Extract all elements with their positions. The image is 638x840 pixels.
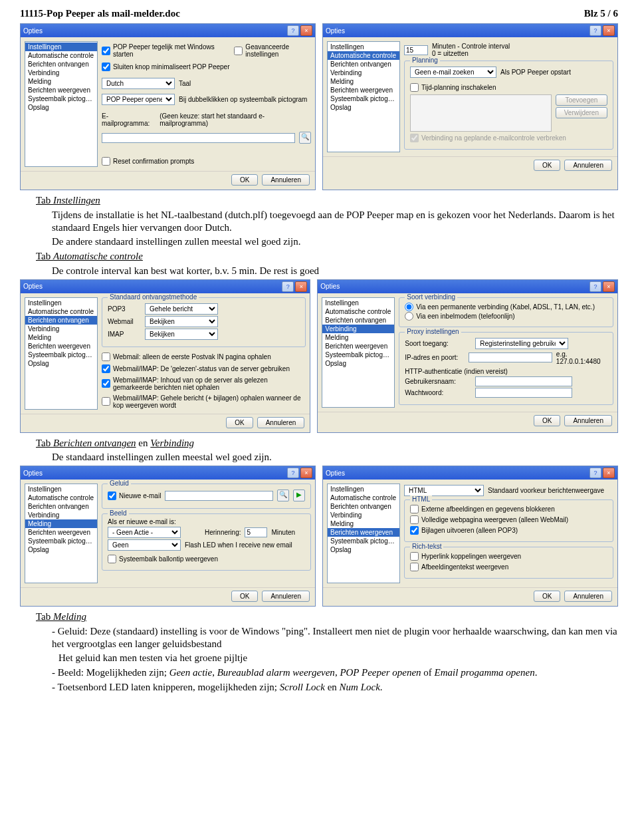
sidebar-item[interactable]: Berichten weergeven: [25, 86, 97, 94]
sidebar-item[interactable]: Instellingen: [328, 43, 399, 51]
radio-dialup[interactable]: [405, 312, 413, 321]
sidebar-item[interactable]: Systeembalk pictogrammen: [25, 537, 97, 545]
sidebar-item[interactable]: Automatische controle: [25, 51, 97, 60]
options-sidebar[interactable]: InstellingenAutomatische controleBericht…: [25, 41, 98, 167]
help-icon[interactable]: ?: [589, 468, 601, 478]
sidebar-item[interactable]: Verbinding: [25, 69, 97, 77]
cancel-button[interactable]: Annuleren: [564, 160, 612, 171]
sidebar-item[interactable]: Opslag: [25, 103, 97, 112]
close-icon[interactable]: ×: [295, 281, 307, 292]
help-icon[interactable]: ?: [589, 281, 601, 292]
sidebar-item[interactable]: Instellingen: [322, 299, 394, 307]
sidebar-item[interactable]: Berichten ontvangen: [328, 502, 399, 511]
sidebar-item[interactable]: Verbinding: [25, 325, 97, 333]
ok-button[interactable]: OK: [534, 160, 560, 171]
sidebar-item[interactable]: Instellingen: [25, 485, 97, 493]
chk-start-windows[interactable]: [102, 47, 110, 55]
select-startup-action[interactable]: Geen e-mail zoeken: [410, 67, 496, 78]
sidebar-item[interactable]: Melding: [25, 519, 97, 528]
sidebar-item[interactable]: Melding: [322, 333, 394, 342]
options-sidebar[interactable]: InstellingenAutomatische controleBericht…: [327, 484, 400, 583]
sidebar-item[interactable]: Berichten ontvangen: [25, 316, 97, 325]
cancel-button[interactable]: Annuleren: [257, 417, 305, 428]
chk-c2[interactable]: [102, 364, 110, 373]
chk-new-mail-sound[interactable]: [108, 491, 116, 500]
sidebar-item[interactable]: Systeembalk pictogrammen: [322, 350, 394, 359]
interval-input[interactable]: [404, 45, 428, 55]
ok-button[interactable]: OK: [226, 417, 253, 428]
options-sidebar[interactable]: InstellingenAutomatische controleBericht…: [327, 41, 400, 152]
sidebar-item[interactable]: Systeembalk pictogrammen: [25, 94, 97, 103]
chk-block-external[interactable]: [410, 505, 419, 513]
sidebar-item[interactable]: Automatische controle: [25, 307, 97, 316]
select-led[interactable]: Geen: [108, 539, 181, 551]
select-action[interactable]: - Geen Actie -: [108, 527, 181, 538]
sidebar-item[interactable]: Instellingen: [25, 43, 97, 51]
sidebar-item[interactable]: Verbinding: [328, 69, 399, 77]
sidebar-item[interactable]: Melding: [328, 519, 399, 528]
sidebar-item[interactable]: Opslag: [25, 545, 97, 554]
chk-full-page[interactable]: [410, 515, 419, 524]
cancel-button[interactable]: Annuleren: [564, 591, 612, 602]
search-icon[interactable]: 🔍: [277, 490, 289, 501]
close-icon[interactable]: ×: [603, 25, 615, 36]
sidebar-item[interactable]: Berichten weergeven: [328, 86, 399, 94]
ok-button[interactable]: OK: [534, 415, 560, 426]
close-icon[interactable]: ×: [300, 468, 312, 478]
sidebar-item[interactable]: Automatische controle: [328, 493, 399, 502]
proxy-pass-input[interactable]: [475, 388, 572, 398]
chk-reset-prompts[interactable]: [102, 157, 110, 166]
sidebar-item[interactable]: Opslag: [322, 359, 394, 368]
proxy-ip-input[interactable]: [469, 352, 552, 362]
select-pop3[interactable]: Gehele bericht: [145, 303, 218, 315]
sidebar-item[interactable]: Systeembalk pictogrammen: [328, 537, 399, 545]
sidebar-item[interactable]: Melding: [328, 77, 399, 86]
play-icon[interactable]: ▶: [293, 490, 305, 501]
sidebar-item[interactable]: Automatische controle: [322, 307, 394, 316]
sidebar-item[interactable]: Berichten ontvangen: [25, 502, 97, 511]
chk-minimize[interactable]: [102, 63, 110, 71]
chk-hyperlink[interactable]: [410, 552, 419, 561]
proxy-user-input[interactable]: [475, 376, 572, 386]
sidebar-item[interactable]: Berichten weergeven: [328, 528, 399, 537]
radio-permanent[interactable]: [405, 303, 413, 311]
sidebar-item[interactable]: Opslag: [328, 103, 399, 112]
cancel-button[interactable]: Annuleren: [564, 415, 612, 426]
chk-c3[interactable]: [102, 379, 110, 388]
options-sidebar[interactable]: InstellingenAutomatische controleBericht…: [25, 297, 98, 410]
options-sidebar[interactable]: InstellingenAutomatische controleBericht…: [25, 484, 98, 583]
cancel-button[interactable]: Annuleren: [262, 174, 310, 186]
sidebar-item[interactable]: Berichten weergeven: [322, 342, 394, 350]
sidebar-item[interactable]: Verbinding: [25, 511, 97, 519]
sidebar-item[interactable]: Instellingen: [25, 299, 97, 307]
close-icon[interactable]: ×: [603, 281, 615, 292]
close-icon[interactable]: ×: [603, 468, 615, 478]
sidebar-item[interactable]: Opslag: [25, 359, 97, 368]
sidebar-item[interactable]: Automatische controle: [328, 51, 399, 60]
chk-schedule[interactable]: [410, 83, 419, 92]
sound-path-input[interactable]: [165, 491, 273, 501]
ok-button[interactable]: OK: [534, 591, 560, 602]
sidebar-item[interactable]: Melding: [25, 77, 97, 86]
chk-run-attach[interactable]: [410, 526, 419, 535]
search-icon[interactable]: 🔍: [299, 132, 311, 144]
sidebar-item[interactable]: Opslag: [328, 545, 399, 554]
select-tray-action[interactable]: POP Peeper openen: [102, 94, 175, 105]
sidebar-item[interactable]: Berichten weergeven: [25, 342, 97, 350]
select-view-pref[interactable]: HTML: [404, 485, 484, 496]
sidebar-item[interactable]: Berichten ontvangen: [328, 60, 399, 69]
close-icon[interactable]: ×: [300, 25, 312, 36]
chk-advanced[interactable]: [234, 47, 243, 55]
sidebar-item[interactable]: Instellingen: [328, 485, 399, 493]
chk-imgtext[interactable]: [410, 563, 419, 571]
sidebar-item[interactable]: Systeembalk pictogrammen: [25, 350, 97, 359]
select-language[interactable]: Dutch: [102, 78, 175, 89]
select-proxy-type[interactable]: Registerinstelling gebruiken: [475, 338, 568, 349]
options-sidebar[interactable]: InstellingenAutomatische controleBericht…: [322, 297, 395, 408]
sidebar-item[interactable]: Berichten ontvangen: [25, 60, 97, 69]
sidebar-item[interactable]: Berichten weergeven: [25, 528, 97, 537]
reminder-input[interactable]: [245, 527, 267, 537]
ok-button[interactable]: OK: [231, 591, 258, 602]
ok-button[interactable]: OK: [231, 174, 258, 186]
cancel-button[interactable]: Annuleren: [262, 591, 310, 602]
